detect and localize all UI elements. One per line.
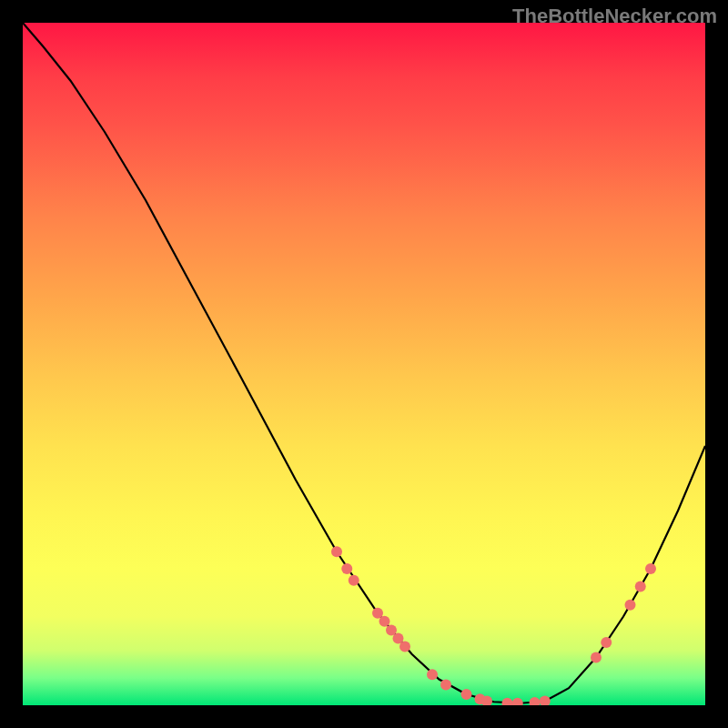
- data-marker: [530, 697, 541, 705]
- curve-line: [23, 23, 705, 703]
- data-marker: [341, 563, 352, 574]
- watermark-text: TheBottleNecker.com: [512, 5, 717, 28]
- data-marker: [427, 669, 438, 680]
- data-marker: [440, 680, 451, 691]
- data-marker: [502, 698, 513, 705]
- data-marker: [331, 546, 342, 557]
- data-marker: [379, 616, 390, 627]
- data-marker: [349, 575, 359, 586]
- data-marker: [635, 581, 646, 592]
- data-marker: [625, 600, 636, 611]
- data-marker: [540, 696, 551, 706]
- data-marker: [461, 689, 472, 700]
- plot-area: [23, 23, 705, 705]
- data-marker: [399, 642, 410, 652]
- data-marker: [645, 563, 656, 574]
- data-markers: [331, 546, 656, 705]
- data-marker: [512, 698, 523, 705]
- data-marker: [591, 652, 602, 663]
- chart-svg: [23, 23, 705, 705]
- data-marker: [601, 637, 612, 648]
- chart-container: TheBottleNecker.com: [0, 0, 728, 728]
